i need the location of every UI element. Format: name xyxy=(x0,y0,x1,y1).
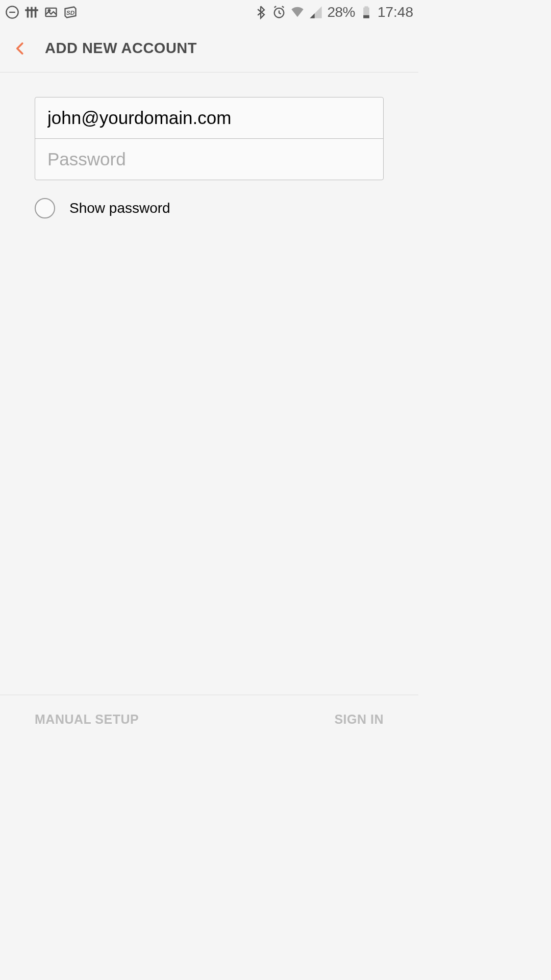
alarm-icon xyxy=(272,5,286,19)
svg-rect-11 xyxy=(364,6,368,8)
bluetooth-icon xyxy=(254,5,268,19)
status-bar-left: SD xyxy=(5,5,78,19)
page-title: ADD NEW ACCOUNT xyxy=(45,40,197,57)
form-content: Show password xyxy=(0,72,418,218)
status-time: 17:48 xyxy=(378,4,413,20)
svg-rect-2 xyxy=(27,7,29,18)
svg-rect-3 xyxy=(31,7,33,18)
signal-icon xyxy=(309,5,323,19)
wifi-icon xyxy=(290,5,305,19)
do-not-disturb-icon xyxy=(5,5,19,19)
svg-text:SD: SD xyxy=(66,9,75,16)
battery-icon xyxy=(359,5,373,19)
status-bar: SD 28% 17:48 xyxy=(0,0,418,24)
bottom-bar: MANUAL SETUP SIGN IN xyxy=(0,695,418,744)
input-group xyxy=(35,97,384,180)
manual-setup-button[interactable]: MANUAL SETUP xyxy=(35,712,139,727)
svg-point-7 xyxy=(48,10,51,12)
show-password-label: Show password xyxy=(69,200,170,216)
svg-rect-5 xyxy=(25,9,38,11)
password-input[interactable] xyxy=(35,139,383,180)
email-input[interactable] xyxy=(35,97,383,138)
show-password-checkbox[interactable] xyxy=(35,198,55,218)
status-bar-right: 28% 17:48 xyxy=(254,4,413,20)
chevron-left-icon xyxy=(13,38,28,59)
sd-card-icon: SD xyxy=(63,5,78,19)
back-button[interactable] xyxy=(10,38,31,59)
svg-rect-12 xyxy=(363,15,369,18)
app-bar: ADD NEW ACCOUNT xyxy=(0,24,418,72)
show-password-row[interactable]: Show password xyxy=(35,198,384,218)
carrier-icon xyxy=(24,5,39,19)
sign-in-button[interactable]: SIGN IN xyxy=(334,712,384,727)
svg-rect-4 xyxy=(35,7,37,18)
picture-icon xyxy=(44,5,58,19)
battery-percent: 28% xyxy=(327,4,355,20)
